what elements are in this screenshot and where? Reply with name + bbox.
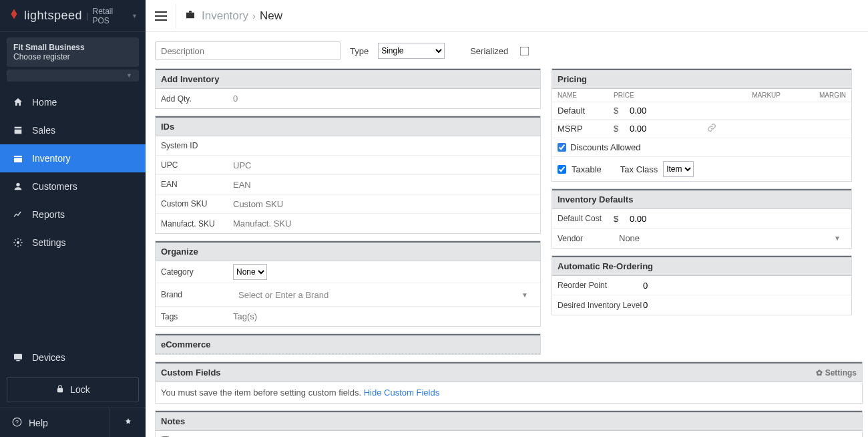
- brand-product: Retail POS: [92, 7, 129, 25]
- brand-placeholder: Select or Enter a Brand: [238, 290, 329, 300]
- reorder-point-label: Reorder Point: [558, 281, 643, 290]
- pin-icon: [124, 418, 132, 428]
- reorder-panel: Automatic Re-Ordering Reorder Point Desi…: [552, 255, 852, 315]
- panel-header: Notes: [156, 411, 862, 431]
- help-button[interactable]: ? Help: [0, 408, 110, 437]
- breadcrumb-current: New: [260, 9, 282, 23]
- default-cost-input[interactable]: [630, 214, 670, 224]
- nav-reports[interactable]: Reports: [0, 200, 146, 229]
- default-price-input[interactable]: [630, 106, 670, 116]
- gear-icon: [12, 237, 24, 248]
- nav-sales[interactable]: Sales: [0, 116, 146, 144]
- tags-input[interactable]: [233, 311, 433, 321]
- msrp-price-input[interactable]: [630, 124, 670, 134]
- ean-input[interactable]: [233, 180, 433, 190]
- type-label: Type: [350, 46, 369, 56]
- nav-label: Customers: [32, 181, 77, 192]
- discounts-checkbox[interactable]: [558, 143, 566, 152]
- add-qty-label: Add Qty.: [161, 94, 233, 104]
- serialized-checkbox[interactable]: [520, 46, 529, 55]
- panel-header: Custom Fields: [161, 368, 221, 378]
- custom-sku-input[interactable]: [233, 199, 433, 209]
- taxclass-select[interactable]: Item: [663, 161, 694, 177]
- category-select[interactable]: None: [233, 264, 267, 280]
- desired-level-label: Desired Inventory Level: [558, 301, 643, 310]
- chart-icon: [12, 209, 24, 220]
- nav-label: Devices: [32, 352, 65, 363]
- menu-toggle[interactable]: [152, 4, 176, 28]
- organize-panel: Organize Category None Brand Select or E…: [155, 241, 541, 327]
- desired-level-input[interactable]: [643, 300, 683, 310]
- lock-button[interactable]: Lock: [7, 377, 139, 402]
- lock-icon: [55, 384, 65, 396]
- pin-button[interactable]: [110, 408, 146, 437]
- home-icon: [12, 97, 24, 108]
- panel-header: eCommerce: [156, 334, 540, 354]
- price-row-msrp: MSRP $: [552, 120, 851, 138]
- nav-label: Home: [32, 97, 57, 108]
- divider: |: [86, 11, 88, 21]
- price-name: Default: [558, 106, 614, 116]
- currency: $: [614, 106, 630, 116]
- default-cost-label: Default Cost: [558, 214, 614, 223]
- type-select[interactable]: Single: [378, 43, 445, 59]
- add-inventory-panel: Add Inventory Add Qty.: [155, 68, 541, 109]
- reorder-point-input[interactable]: [643, 281, 683, 291]
- upc-input[interactable]: [233, 160, 433, 170]
- caret-down-icon[interactable]: ▼: [132, 13, 138, 19]
- add-qty-input[interactable]: [233, 94, 433, 104]
- svg-text:?: ?: [15, 418, 19, 425]
- business-name: Fit Small Business: [13, 43, 132, 52]
- user-icon: [12, 181, 24, 192]
- nav-settings[interactable]: Settings: [0, 229, 146, 257]
- lightspeed-logo-icon: [8, 8, 20, 23]
- custom-fields-settings[interactable]: ✿ Settings: [816, 368, 857, 378]
- help-label: Help: [29, 418, 48, 428]
- taxable-checkbox[interactable]: [558, 165, 566, 174]
- currency: $: [614, 214, 630, 224]
- gear-icon: ✿: [816, 368, 823, 378]
- link-icon[interactable]: [707, 123, 716, 134]
- svg-point-0: [16, 183, 19, 186]
- sidebar: lightspeed | Retail POS ▼ Fit Small Busi…: [0, 0, 146, 437]
- main-nav: Home Sales Inventory Customers Reports S: [0, 88, 146, 257]
- col-name: NAME: [558, 92, 614, 99]
- breadcrumb-root[interactable]: Inventory: [202, 9, 248, 23]
- cf-message: You must save the item before setting cu…: [161, 388, 364, 398]
- custom-fields-panel: Custom Fields ✿ Settings You must save t…: [155, 361, 863, 404]
- manufact-sku-input[interactable]: [233, 218, 433, 229]
- description-input[interactable]: [155, 41, 341, 60]
- box-icon: [12, 153, 24, 164]
- brand-select[interactable]: Select or Enter a Brand ▼: [233, 286, 533, 303]
- category-label: Category: [161, 267, 233, 277]
- nav-home[interactable]: Home: [0, 88, 146, 116]
- vendor-select[interactable]: None ▼: [614, 233, 846, 243]
- vendor-label: Vendor: [558, 234, 614, 243]
- taxclass-label: Tax Class: [620, 164, 658, 174]
- inventory-defaults-panel: Inventory Defaults Default Cost $ Vendor…: [552, 188, 852, 249]
- caret-down-icon: ▼: [521, 291, 528, 299]
- ean-label: EAN: [161, 180, 233, 189]
- question-icon: ?: [12, 417, 22, 429]
- register-selector[interactable]: Fit Small Business Choose register: [7, 37, 139, 67]
- nav-devices[interactable]: Devices: [0, 343, 146, 372]
- caret-down-icon: ▼: [834, 235, 841, 242]
- panel-header: Pricing: [552, 69, 851, 89]
- upc-label: UPC: [161, 160, 233, 170]
- brand-label: Brand: [161, 290, 233, 299]
- nav-customers[interactable]: Customers: [0, 172, 146, 200]
- choose-register: Choose register: [13, 52, 132, 61]
- nav-inventory[interactable]: Inventory: [0, 144, 146, 172]
- monitor-icon: [12, 352, 24, 363]
- top-bar: Inventory › New: [146, 0, 868, 32]
- hide-custom-fields-link[interactable]: Hide Custom Fields: [364, 388, 439, 398]
- currency: $: [614, 124, 630, 134]
- tags-label: Tags: [161, 312, 233, 321]
- manufact-sku-label: Manufact. SKU: [161, 219, 233, 229]
- ecommerce-panel: eCommerce: [155, 333, 541, 355]
- nav-label: Reports: [32, 209, 65, 220]
- register-dropdown[interactable]: ▼: [7, 69, 139, 82]
- panel-header: IDs: [156, 116, 540, 136]
- nav-label: Sales: [32, 125, 55, 136]
- svg-point-1: [17, 241, 19, 244]
